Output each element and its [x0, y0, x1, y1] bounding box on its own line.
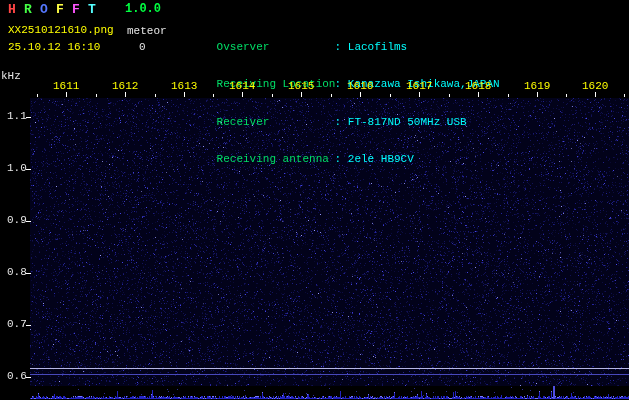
y-tick-label: 1.1	[7, 111, 27, 122]
app-version: 1.0.0	[125, 3, 161, 16]
x-tick-label: 1611	[53, 81, 79, 92]
info-row-antenna: Receiving antenna: 2ele HB9CV	[177, 140, 500, 152]
app-title-letter: F	[72, 3, 88, 16]
x-tick-label: 1617	[406, 81, 432, 92]
datetime-label: 25.10.12 16:10	[8, 42, 100, 53]
info-value: : Lacofilms	[335, 41, 408, 53]
y-tick-label: 1.0	[7, 163, 27, 174]
y-tick-label: 0.7	[7, 319, 27, 330]
output-filename: XX2510121610.png	[8, 25, 114, 36]
observer-info-block: Ovserver: Lacofilms Receiving Location: …	[177, 4, 500, 178]
info-row-location: Receiving Location: Kanazawa Ishikawa,JA…	[177, 66, 500, 78]
hrofft-window: H R O F F T 1.0.0 XX2510121610.png meteo…	[0, 0, 629, 400]
x-tick-label: 1616	[347, 81, 373, 92]
info-label: Receiving antenna	[217, 153, 335, 165]
x-tick-label: 1614	[229, 81, 255, 92]
app-title-letter: T	[88, 3, 104, 16]
x-tick-label: 1612	[112, 81, 138, 92]
app-title-letter: H	[8, 3, 24, 16]
y-tick-label: 0.6	[7, 371, 27, 382]
app-title: H R O F F T 1.0.0	[8, 3, 161, 16]
info-value: : FT-817ND 50MHz USB	[335, 116, 467, 128]
x-tick-label: 1615	[288, 81, 314, 92]
app-title-letter: F	[56, 3, 72, 16]
x-tick-label: 1620	[582, 81, 608, 92]
app-title-letter: R	[24, 3, 40, 16]
info-value: : 2ele HB9CV	[335, 153, 414, 165]
info-label: Ovserver	[217, 41, 335, 53]
app-title-letter: O	[40, 3, 56, 16]
x-tick-label: 1619	[524, 81, 550, 92]
x-tick-label: 1618	[465, 81, 491, 92]
mode-label: meteor	[127, 26, 167, 37]
info-row-receiver: Receiver: FT-817ND 50MHz USB	[177, 103, 500, 115]
info-label: Receiver	[217, 116, 335, 128]
info-row-observer: Ovserver: Lacofilms	[177, 29, 500, 41]
meteor-count: 0	[139, 42, 146, 53]
y-tick-label: 0.9	[7, 215, 27, 226]
y-tick-label: 0.8	[7, 267, 27, 278]
x-tick-label: 1613	[171, 81, 197, 92]
y-axis-unit: kHz	[1, 71, 21, 82]
